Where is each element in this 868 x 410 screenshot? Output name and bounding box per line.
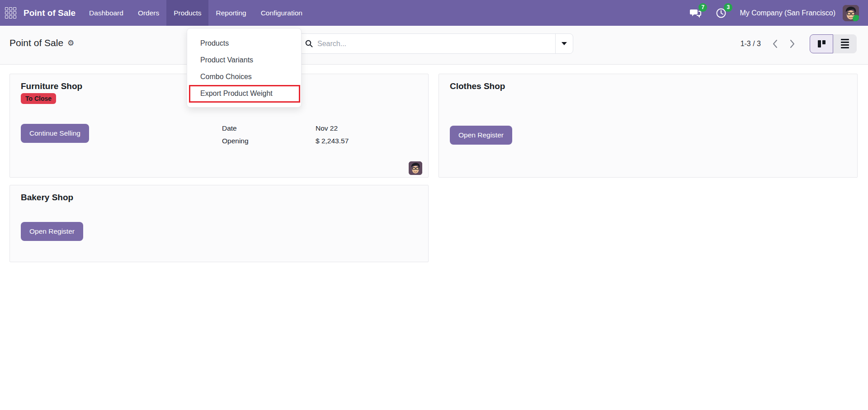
card-title: Furniture Shop	[21, 81, 82, 91]
status-badge-to-close: To Close	[21, 93, 56, 104]
search-icon	[305, 40, 313, 47]
activities-count-badge: 3	[724, 3, 732, 12]
menu-item-combo-choices[interactable]: Combo Choices	[187, 68, 301, 85]
view-switcher	[810, 34, 857, 53]
kanban-icon	[818, 40, 826, 47]
info-row-date: Date Nov 22	[222, 122, 349, 135]
open-register-button[interactable]: Open Register	[21, 222, 83, 241]
chevron-right-icon	[789, 39, 795, 48]
chevron-left-icon	[772, 39, 778, 48]
session-info: Date Nov 22 Opening $ 2,243.57	[222, 122, 349, 147]
menu-item-products[interactable]: Products	[187, 35, 301, 52]
info-value: $ 2,243.57	[316, 137, 349, 145]
top-navbar: Point of Sale Dashboard Orders Products …	[0, 0, 868, 26]
app-brand[interactable]: Point of Sale	[21, 0, 82, 26]
messages-count-badge: 7	[698, 3, 707, 12]
info-value: Nov 22	[316, 124, 338, 132]
chevron-down-icon	[561, 42, 567, 45]
apps-grid-icon	[5, 7, 16, 19]
nav-item-dashboard[interactable]: Dashboard	[82, 0, 131, 26]
list-view-button[interactable]	[833, 34, 857, 53]
nav-item-orders[interactable]: Orders	[131, 0, 166, 26]
open-register-button[interactable]: Open Register	[450, 126, 512, 145]
online-status-dot	[853, 15, 859, 21]
search-bar: Search...	[298, 33, 573, 54]
nav-item-configuration[interactable]: Configuration	[254, 0, 310, 26]
nav-item-reporting[interactable]: Reporting	[208, 0, 253, 26]
continue-selling-button[interactable]: Continue Selling	[21, 124, 89, 143]
card-title: Clothes Shop	[450, 81, 505, 91]
page-title: Point of Sale	[9, 38, 63, 48]
info-label: Date	[222, 124, 316, 132]
kanban-card-clothes-shop[interactable]: Clothes Shop Open Register	[439, 74, 858, 178]
messages-button[interactable]: 7	[689, 6, 703, 20]
pager-value[interactable]: 1-3 / 3	[741, 40, 761, 48]
search-input[interactable]: Search...	[299, 34, 555, 53]
breadcrumb: Point of Sale ⚙︎	[9, 38, 74, 48]
menu-item-export-product-weight[interactable]: Export Product Weight	[187, 85, 301, 102]
pager-previous-button[interactable]	[768, 37, 782, 51]
menu-item-product-variants[interactable]: Product Variants	[187, 52, 301, 68]
kanban-view-button[interactable]	[810, 34, 833, 53]
activities-button[interactable]: 3	[714, 6, 728, 20]
nav-item-products[interactable]: Products	[166, 0, 208, 26]
info-row-opening: Opening $ 2,243.57	[222, 135, 349, 147]
session-user-avatar-image	[409, 161, 422, 175]
search-options-toggle[interactable]	[555, 34, 573, 53]
card-title: Bakery Shop	[21, 193, 73, 203]
user-avatar[interactable]	[843, 5, 859, 21]
session-user-avatar[interactable]	[409, 161, 422, 175]
gear-icon[interactable]: ⚙︎	[67, 39, 74, 47]
kanban-card-bakery-shop[interactable]: Bakery Shop Open Register	[9, 185, 429, 262]
pager-next-button[interactable]	[785, 37, 799, 51]
apps-menu-button[interactable]	[0, 0, 21, 26]
company-switcher[interactable]: My Company (San Francisco)	[740, 9, 835, 17]
products-dropdown-menu: Products Product Variants Combo Choices …	[187, 28, 302, 108]
search-placeholder: Search...	[317, 40, 346, 48]
list-icon	[841, 39, 849, 48]
control-panel: Point of Sale ⚙︎ Search... 1-3 / 3	[0, 26, 868, 65]
info-label: Opening	[222, 137, 316, 145]
pager-and-views: 1-3 / 3	[741, 33, 857, 54]
